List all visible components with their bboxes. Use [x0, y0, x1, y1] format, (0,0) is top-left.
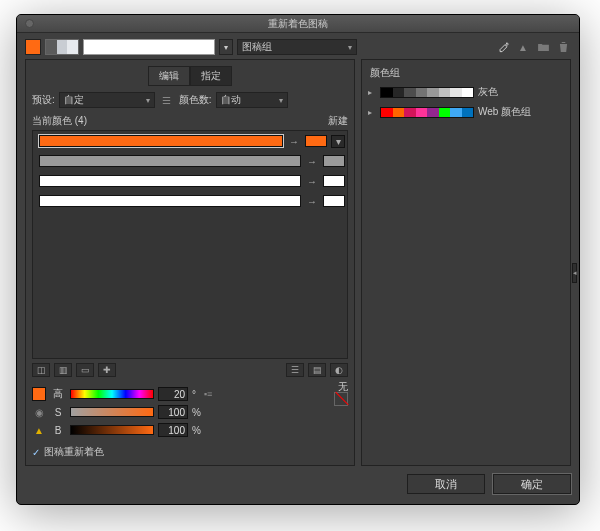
ok-button[interactable]: 确定 [493, 474, 571, 494]
random-sat-icon[interactable]: ☰ [286, 363, 304, 377]
color-groups-title: 颜色组 [370, 66, 564, 80]
group-swatch-strip[interactable] [380, 107, 474, 118]
hue-options-icon[interactable]: ▪≡ [200, 386, 216, 402]
hue-label: 高 [50, 387, 66, 401]
range-menu-button[interactable]: ▾ [219, 39, 233, 55]
hue-slider[interactable] [70, 389, 154, 399]
harmony-swatch[interactable] [45, 39, 79, 55]
exclude-icon[interactable]: ▭ [76, 363, 94, 377]
cancel-button[interactable]: 取消 [407, 474, 485, 494]
hsb-swatch[interactable] [32, 387, 46, 401]
artwork-group-label: 图稿组 [242, 40, 272, 54]
group-name: 灰色 [478, 85, 498, 99]
color-row[interactable]: → [39, 193, 345, 209]
disclosure-icon[interactable]: ▸ [368, 88, 376, 97]
eyedropper-icon[interactable] [495, 39, 511, 55]
hue-field[interactable] [158, 387, 188, 401]
close-window-dot[interactable] [25, 19, 34, 28]
map-arrow-icon[interactable]: → [305, 176, 319, 187]
recolor-artwork-dialog: 重新着色图稿 ▾ 图稿组▾ ▲ [16, 14, 580, 505]
bri-label: B [50, 425, 66, 436]
titlebar: 重新着色图稿 [17, 15, 579, 33]
top-strip: ▾ 图稿组▾ ▲ [25, 39, 571, 55]
trash-icon[interactable] [555, 39, 571, 55]
preset-options-icon[interactable]: ☰ [159, 92, 175, 108]
current-color-bar[interactable] [39, 175, 301, 187]
artwork-group-dropdown[interactable]: 图稿组▾ [237, 39, 357, 55]
active-color-swatch[interactable] [25, 39, 41, 55]
preset-dropdown[interactable]: 自定▾ [59, 92, 155, 108]
link-s-icon[interactable]: ◉ [32, 404, 46, 420]
bri-field[interactable] [158, 423, 188, 437]
window-title: 重新着色图稿 [268, 17, 328, 31]
color-mapping-box: →▾→→→ [32, 130, 348, 359]
new-color-chip[interactable] [323, 155, 345, 167]
tab-edit[interactable]: 编辑 [148, 66, 190, 86]
colors-count-label: 颜色数: [179, 93, 212, 107]
separate-icon[interactable]: ▥ [54, 363, 72, 377]
color-group-row[interactable]: ▸Web 颜色组 [368, 104, 564, 120]
preset-label: 预设: [32, 93, 55, 107]
current-color-bar[interactable] [39, 195, 301, 207]
folder-icon[interactable] [535, 39, 551, 55]
group-swatch-strip[interactable] [380, 87, 474, 98]
color-row[interactable]: →▾ [39, 133, 345, 149]
new-row-icon[interactable]: ✚ [98, 363, 116, 377]
color-group-row[interactable]: ▸灰色 [368, 84, 564, 100]
map-arrow-icon[interactable]: → [305, 196, 319, 207]
hsb-controls: 高 ° ▪≡ 无 ◉ S [32, 385, 348, 439]
save-group-icon[interactable]: ▲ [515, 39, 531, 55]
new-color-chip[interactable] [323, 195, 345, 207]
new-colors-label: 新建 [328, 114, 348, 128]
map-arrow-icon[interactable]: → [305, 156, 319, 167]
sat-field[interactable] [158, 405, 188, 419]
panel-collapse-handle[interactable]: ◂ [572, 263, 577, 283]
row-menu-icon[interactable]: ▾ [331, 135, 345, 148]
disclosure-icon[interactable]: ▸ [368, 108, 376, 117]
find-in-wheel-icon[interactable]: ◐ [330, 363, 348, 377]
new-color-chip[interactable] [305, 135, 327, 147]
colors-count-dropdown[interactable]: 自动▾ [216, 92, 288, 108]
color-row[interactable]: → [39, 173, 345, 189]
bri-slider[interactable] [70, 425, 154, 435]
left-panel: 编辑 指定 预设: 自定▾ ☰ 颜色数: 自动▾ 当前颜色 (4) 新建 [25, 59, 355, 466]
none-label: 无 [338, 381, 348, 392]
group-name: Web 颜色组 [478, 105, 531, 119]
color-groups-panel: ◂ 颜色组 ▸灰色▸Web 颜色组 [361, 59, 571, 466]
sat-label: S [50, 407, 66, 418]
color-range-bar[interactable] [83, 39, 215, 55]
new-color-chip[interactable] [323, 175, 345, 187]
warn-icon: ▲ [32, 422, 46, 438]
current-color-bar[interactable] [39, 135, 283, 147]
tab-assign[interactable]: 指定 [190, 66, 232, 86]
current-color-bar[interactable] [39, 155, 301, 167]
random-order-icon[interactable]: ▤ [308, 363, 326, 377]
current-colors-label: 当前颜色 (4) [32, 114, 87, 128]
color-row[interactable]: → [39, 153, 345, 169]
sat-slider[interactable] [70, 407, 154, 417]
merge-icon[interactable]: ◫ [32, 363, 50, 377]
recolor-artwork-checkbox[interactable]: ✓图稿重新着色 [32, 445, 348, 459]
map-arrow-icon[interactable]: → [287, 136, 301, 147]
